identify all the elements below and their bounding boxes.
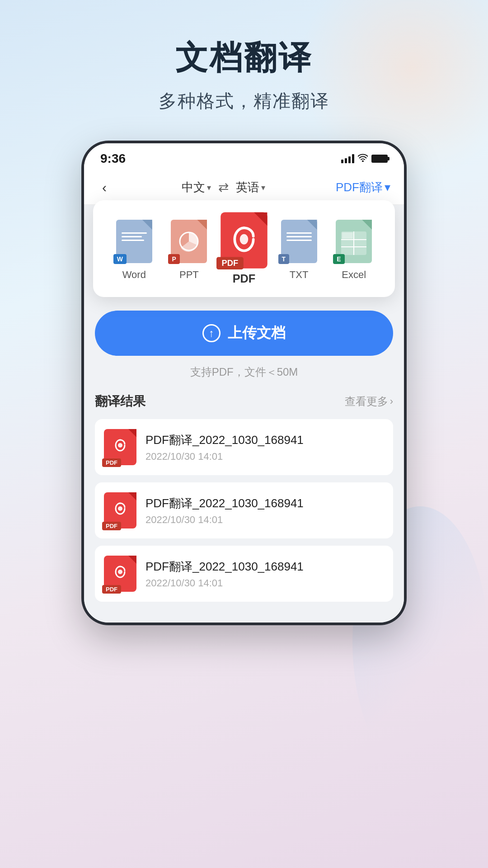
result-info: PDF翻译_2022_1030_168941 2022/10/30 14:01 [145,495,384,526]
chevron-right-icon: › [390,396,393,407]
result-filename: PDF翻译_2022_1030_168941 [145,559,384,575]
back-button[interactable]: ‹ [98,180,111,195]
pdf-badge: PDF [216,257,244,269]
wifi-icon [358,154,368,164]
svg-rect-5 [342,232,353,239]
result-item[interactable]: PDF PDF翻译_2022_1030_168941 2022/10/30 14… [95,546,393,602]
format-txt-label: TXT [290,269,309,281]
result-pdf-badge: PDF [102,585,121,594]
nav-bar: ‹ 中文 ▾ ⇄ 英语 ▾ PDF翻译 ▾ [84,170,404,205]
result-date: 2022/10/30 14:01 [145,577,384,589]
file-hint: 支持PDF，文件＜50M [95,365,393,379]
phone-mockup: 9:36 [81,141,407,625]
format-excel[interactable]: E Excel [331,217,376,281]
pdf-translate-button[interactable]: PDF翻译 ▾ [336,179,390,195]
status-bar: 9:36 [84,143,404,170]
svg-point-7 [118,506,122,511]
format-word[interactable]: W Word [112,217,157,281]
upload-icon: ↑ [202,324,221,342]
txt-badge: T [278,254,290,264]
result-date: 2022/10/30 14:01 [145,514,384,526]
sub-title: 多种格式，精准翻译 [159,89,329,113]
result-item[interactable]: PDF PDF翻译_2022_1030_168941 2022/10/30 14… [95,482,393,538]
word-badge: W [113,254,127,264]
format-excel-label: Excel [342,269,366,281]
format-pdf-label: PDF [233,272,256,286]
excel-badge: E [333,254,344,264]
source-lang-button[interactable]: 中文 ▾ [182,179,211,195]
result-item[interactable]: PDF PDF翻译_2022_1030_168941 2022/10/30 14… [95,419,393,475]
result-filename: PDF翻译_2022_1030_168941 [145,432,384,448]
upload-button[interactable]: ↑ 上传文档 [95,311,393,356]
format-word-label: Word [122,269,146,281]
result-pdf-icon: PDF [104,492,136,528]
format-ppt-label: PPT [179,269,199,281]
result-filename: PDF翻译_2022_1030_168941 [145,495,384,511]
swap-lang-button[interactable]: ⇄ [218,180,229,195]
ppt-badge: P [168,254,179,264]
target-lang-button[interactable]: 英语 ▾ [236,179,265,195]
results-title: 翻译结果 [95,393,145,410]
format-ppt[interactable]: P PPT [166,217,211,281]
svg-point-6 [118,443,122,448]
results-more-button[interactable]: 查看更多 › [345,394,393,409]
main-title: 文档翻译 [175,36,313,80]
result-pdf-badge: PDF [102,458,121,467]
status-time: 9:36 [100,151,126,166]
results-header: 翻译结果 查看更多 › [95,393,393,410]
result-pdf-icon: PDF [104,556,136,592]
svg-point-8 [118,570,122,574]
status-icons [341,154,388,164]
result-info: PDF翻译_2022_1030_168941 2022/10/30 14:01 [145,432,384,462]
format-popup: W Word P [93,200,395,297]
result-pdf-badge: PDF [102,522,121,530]
result-pdf-icon: PDF [104,429,136,465]
format-txt[interactable]: T TXT [277,217,322,281]
result-info: PDF翻译_2022_1030_168941 2022/10/30 14:01 [145,559,384,589]
result-date: 2022/10/30 14:01 [145,451,384,462]
phone-main-content: ↑ 上传文档 支持PDF，文件＜50M 翻译结果 查看更多 › [84,297,404,623]
format-pdf[interactable]: PDF PDF [218,212,270,285]
battery-icon [371,155,388,163]
signal-icon [341,154,354,163]
